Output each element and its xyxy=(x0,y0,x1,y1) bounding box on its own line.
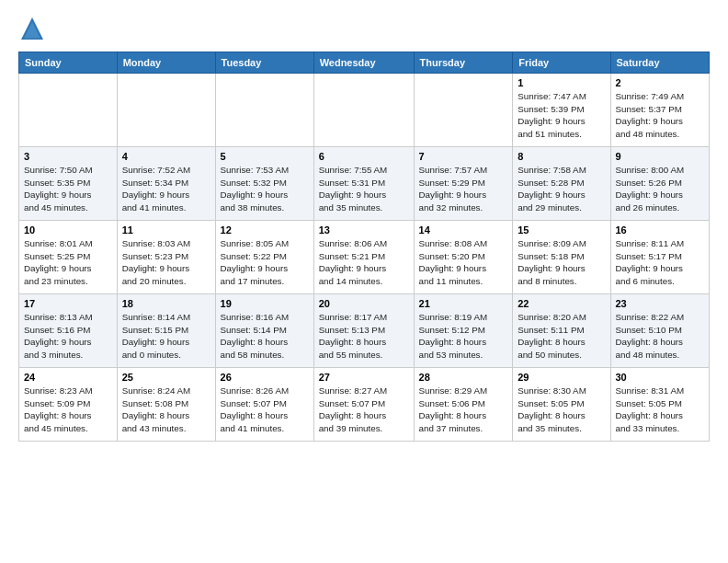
day-info: Sunrise: 7:52 AM Sunset: 5:34 PM Dayligh… xyxy=(122,164,210,214)
day-number: 19 xyxy=(221,298,309,309)
day-number: 6 xyxy=(319,151,409,162)
day-number: 30 xyxy=(616,372,705,383)
day-number: 29 xyxy=(518,372,605,383)
day-number: 20 xyxy=(319,298,409,309)
day-number: 27 xyxy=(319,372,409,383)
day-number: 11 xyxy=(122,224,210,236)
day-info: Sunrise: 8:01 AM Sunset: 5:25 PM Dayligh… xyxy=(24,237,112,288)
calendar-cell xyxy=(215,74,313,147)
calendar-cell: 9Sunrise: 8:00 AM Sunset: 5:26 PM Daylig… xyxy=(610,147,710,221)
col-saturday: Saturday xyxy=(610,52,710,74)
col-wednesday: Wednesday xyxy=(313,52,414,74)
calendar-cell: 8Sunrise: 7:58 AM Sunset: 5:28 PM Daylig… xyxy=(513,147,610,221)
day-info: Sunrise: 8:20 AM Sunset: 5:11 PM Dayligh… xyxy=(518,311,605,362)
calendar-cell: 2Sunrise: 7:49 AM Sunset: 5:37 PM Daylig… xyxy=(610,74,710,147)
page: Sunday Monday Tuesday Wednesday Thursday… xyxy=(0,0,728,451)
calendar-cell: 15Sunrise: 8:09 AM Sunset: 5:18 PM Dayli… xyxy=(513,221,610,294)
col-friday: Friday xyxy=(513,52,610,74)
calendar-cell: 5Sunrise: 7:53 AM Sunset: 5:32 PM Daylig… xyxy=(215,147,313,221)
col-monday: Monday xyxy=(117,52,215,74)
col-tuesday: Tuesday xyxy=(215,52,313,74)
day-number: 15 xyxy=(518,224,605,236)
day-info: Sunrise: 8:22 AM Sunset: 5:10 PM Dayligh… xyxy=(616,311,705,362)
calendar-cell: 24Sunrise: 8:23 AM Sunset: 5:09 PM Dayli… xyxy=(19,368,118,442)
day-number: 1 xyxy=(518,77,605,88)
day-number: 25 xyxy=(122,372,210,383)
day-info: Sunrise: 8:14 AM Sunset: 5:15 PM Dayligh… xyxy=(122,311,210,362)
calendar-body: 1Sunrise: 7:47 AM Sunset: 5:39 PM Daylig… xyxy=(19,74,710,442)
calendar-cell: 4Sunrise: 7:52 AM Sunset: 5:34 PM Daylig… xyxy=(117,147,215,221)
day-info: Sunrise: 8:17 AM Sunset: 5:13 PM Dayligh… xyxy=(319,311,409,362)
calendar-cell: 20Sunrise: 8:17 AM Sunset: 5:13 PM Dayli… xyxy=(313,294,414,368)
calendar-cell: 11Sunrise: 8:03 AM Sunset: 5:23 PM Dayli… xyxy=(117,221,215,294)
calendar-cell: 18Sunrise: 8:14 AM Sunset: 5:15 PM Dayli… xyxy=(117,294,215,368)
day-number: 21 xyxy=(419,298,508,309)
day-info: Sunrise: 7:47 AM Sunset: 5:39 PM Dayligh… xyxy=(518,90,605,141)
calendar-week-5: 24Sunrise: 8:23 AM Sunset: 5:09 PM Dayli… xyxy=(19,368,710,442)
calendar-cell xyxy=(19,74,118,147)
day-info: Sunrise: 8:00 AM Sunset: 5:26 PM Dayligh… xyxy=(616,164,705,214)
day-info: Sunrise: 8:11 AM Sunset: 5:17 PM Dayligh… xyxy=(616,237,705,288)
day-number: 13 xyxy=(319,224,409,236)
calendar-cell: 25Sunrise: 8:24 AM Sunset: 5:08 PM Dayli… xyxy=(117,368,215,442)
day-number: 5 xyxy=(221,151,309,162)
day-number: 26 xyxy=(221,372,309,383)
day-number: 22 xyxy=(518,298,605,309)
day-number: 3 xyxy=(24,151,112,162)
calendar-cell xyxy=(414,74,513,147)
day-info: Sunrise: 8:09 AM Sunset: 5:18 PM Dayligh… xyxy=(518,237,605,288)
day-info: Sunrise: 8:06 AM Sunset: 5:21 PM Dayligh… xyxy=(319,237,409,288)
calendar-cell: 30Sunrise: 8:31 AM Sunset: 5:05 PM Dayli… xyxy=(610,368,710,442)
calendar-cell: 19Sunrise: 8:16 AM Sunset: 5:14 PM Dayli… xyxy=(215,294,313,368)
calendar-cell: 13Sunrise: 8:06 AM Sunset: 5:21 PM Dayli… xyxy=(313,221,414,294)
day-info: Sunrise: 8:05 AM Sunset: 5:22 PM Dayligh… xyxy=(221,237,309,288)
day-number: 8 xyxy=(518,151,605,162)
day-info: Sunrise: 8:16 AM Sunset: 5:14 PM Dayligh… xyxy=(221,311,309,362)
day-info: Sunrise: 8:30 AM Sunset: 5:05 PM Dayligh… xyxy=(518,385,605,435)
col-sunday: Sunday xyxy=(19,52,118,74)
day-info: Sunrise: 7:49 AM Sunset: 5:37 PM Dayligh… xyxy=(616,90,705,141)
day-info: Sunrise: 8:13 AM Sunset: 5:16 PM Dayligh… xyxy=(24,311,112,362)
calendar: Sunday Monday Tuesday Wednesday Thursday… xyxy=(18,52,710,442)
calendar-cell: 26Sunrise: 8:26 AM Sunset: 5:07 PM Dayli… xyxy=(215,368,313,442)
day-info: Sunrise: 8:31 AM Sunset: 5:05 PM Dayligh… xyxy=(616,385,705,435)
day-number: 28 xyxy=(419,372,508,383)
calendar-cell: 10Sunrise: 8:01 AM Sunset: 5:25 PM Dayli… xyxy=(19,221,118,294)
calendar-cell: 29Sunrise: 8:30 AM Sunset: 5:05 PM Dayli… xyxy=(513,368,610,442)
day-info: Sunrise: 7:55 AM Sunset: 5:31 PM Dayligh… xyxy=(319,164,409,214)
calendar-cell: 28Sunrise: 8:29 AM Sunset: 5:06 PM Dayli… xyxy=(414,368,513,442)
day-number: 24 xyxy=(24,372,112,383)
day-info: Sunrise: 7:58 AM Sunset: 5:28 PM Dayligh… xyxy=(518,164,605,214)
day-info: Sunrise: 8:19 AM Sunset: 5:12 PM Dayligh… xyxy=(419,311,508,362)
day-info: Sunrise: 7:53 AM Sunset: 5:32 PM Dayligh… xyxy=(221,164,309,214)
calendar-cell: 21Sunrise: 8:19 AM Sunset: 5:12 PM Dayli… xyxy=(414,294,513,368)
day-info: Sunrise: 8:26 AM Sunset: 5:07 PM Dayligh… xyxy=(221,385,309,435)
day-number: 18 xyxy=(122,298,210,309)
day-info: Sunrise: 8:08 AM Sunset: 5:20 PM Dayligh… xyxy=(419,237,508,288)
calendar-cell: 7Sunrise: 7:57 AM Sunset: 5:29 PM Daylig… xyxy=(414,147,513,221)
calendar-cell: 1Sunrise: 7:47 AM Sunset: 5:39 PM Daylig… xyxy=(513,74,610,147)
calendar-week-4: 17Sunrise: 8:13 AM Sunset: 5:16 PM Dayli… xyxy=(19,294,710,368)
day-number: 7 xyxy=(419,151,508,162)
calendar-cell: 12Sunrise: 8:05 AM Sunset: 5:22 PM Dayli… xyxy=(215,221,313,294)
calendar-cell: 27Sunrise: 8:27 AM Sunset: 5:07 PM Dayli… xyxy=(313,368,414,442)
day-info: Sunrise: 7:57 AM Sunset: 5:29 PM Dayligh… xyxy=(419,164,508,214)
weekday-row: Sunday Monday Tuesday Wednesday Thursday… xyxy=(19,52,710,74)
day-info: Sunrise: 8:03 AM Sunset: 5:23 PM Dayligh… xyxy=(122,237,210,288)
logo-icon xyxy=(18,15,46,42)
day-info: Sunrise: 8:27 AM Sunset: 5:07 PM Dayligh… xyxy=(319,385,409,435)
calendar-cell: 23Sunrise: 8:22 AM Sunset: 5:10 PM Dayli… xyxy=(610,294,710,368)
day-number: 16 xyxy=(616,224,705,236)
day-info: Sunrise: 7:50 AM Sunset: 5:35 PM Dayligh… xyxy=(24,164,112,214)
day-number: 14 xyxy=(419,224,508,236)
day-number: 17 xyxy=(24,298,112,309)
calendar-cell: 17Sunrise: 8:13 AM Sunset: 5:16 PM Dayli… xyxy=(19,294,118,368)
day-number: 9 xyxy=(616,151,705,162)
calendar-cell: 22Sunrise: 8:20 AM Sunset: 5:11 PM Dayli… xyxy=(513,294,610,368)
day-number: 23 xyxy=(616,298,705,309)
calendar-cell xyxy=(117,74,215,147)
day-number: 2 xyxy=(616,77,705,88)
calendar-cell: 3Sunrise: 7:50 AM Sunset: 5:35 PM Daylig… xyxy=(19,147,118,221)
header xyxy=(18,15,710,42)
day-info: Sunrise: 8:23 AM Sunset: 5:09 PM Dayligh… xyxy=(24,385,112,435)
